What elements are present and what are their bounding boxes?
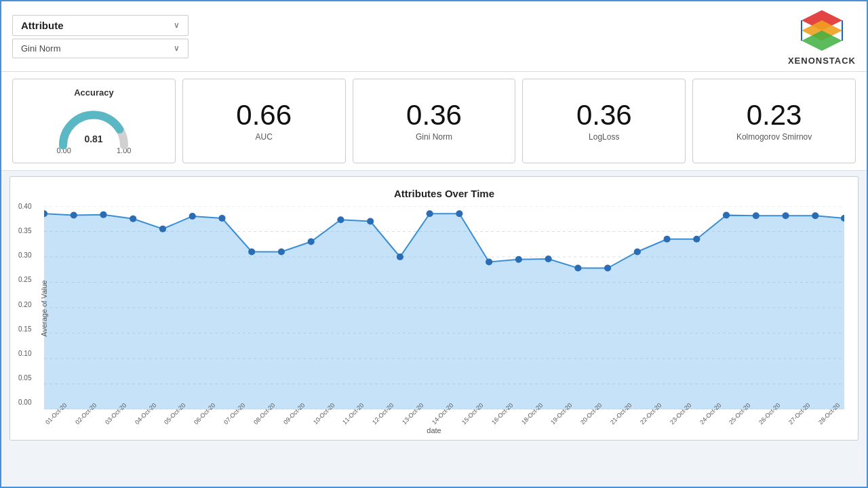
- data-point: [486, 259, 492, 266]
- data-point: [604, 265, 611, 272]
- metrics-row: Accuracy 0.81 0.00 1.00 0.66 AUC 0.36 Gi…: [1, 72, 867, 171]
- metric-card-kolmogorov: 0.23 Kolmogorov Smirnov: [692, 79, 856, 163]
- data-point: [100, 211, 106, 218]
- metric-card-logloss: 0.36 LogLoss: [522, 79, 686, 163]
- data-point: [71, 212, 77, 219]
- data-point: [693, 236, 700, 243]
- data-point: [397, 253, 403, 260]
- svg-text:0.81: 0.81: [85, 134, 103, 144]
- data-point: [218, 215, 225, 222]
- metric-value-gini: 0.36: [406, 101, 462, 129]
- data-point: [278, 249, 285, 256]
- y-tick-020: 0.20: [18, 301, 31, 308]
- dropdowns: Attribute ∨ Gini Norm ∨: [12, 15, 189, 58]
- attribute-dropdown[interactable]: Attribute ∨: [12, 15, 189, 36]
- y-tick-040: 0.40: [18, 203, 31, 210]
- y-tick-035: 0.35: [18, 227, 31, 235]
- data-point: [427, 210, 433, 217]
- metric-value-logloss: 0.36: [576, 101, 632, 129]
- metric-label-auc: AUC: [256, 132, 273, 142]
- chart-title: Attributes Over Time: [44, 188, 844, 199]
- y-tick-000: 0.00: [18, 399, 31, 406]
- metric-value-kolmogorov: 0.23: [747, 101, 802, 129]
- attribute-value-label: Gini Norm: [21, 43, 61, 54]
- metric-label-logloss: LogLoss: [589, 132, 619, 142]
- chart-area-fill: [44, 214, 844, 409]
- attribute-value-dropdown[interactable]: Gini Norm ∨: [12, 39, 189, 58]
- header: Attribute ∨ Gini Norm ∨ XENONSTACK: [1, 1, 867, 72]
- data-point: [189, 213, 196, 220]
- chart-container: Attributes Over Time Average of Value da…: [9, 176, 859, 441]
- data-point: [515, 256, 522, 263]
- data-point: [663, 236, 670, 243]
- data-point: [753, 212, 760, 219]
- data-point: [812, 212, 818, 219]
- data-point: [337, 216, 344, 223]
- logo-area: XENONSTACK: [788, 7, 856, 66]
- metric-card-gini: 0.36 Gini Norm: [353, 79, 516, 163]
- metric-card-accuracy: Accuracy 0.81 0.00 1.00: [12, 79, 176, 163]
- data-point: [367, 218, 374, 225]
- gauge-container: 0.81: [56, 104, 131, 145]
- gauge-svg: 0.81: [56, 104, 131, 152]
- metric-label-kolmogorov: Kolmogorov Smirnov: [736, 132, 812, 142]
- xenonstack-logo-icon: [795, 7, 849, 54]
- chart-y-label: Average of Value: [40, 280, 48, 336]
- data-point: [159, 226, 166, 232]
- data-point: [723, 212, 730, 219]
- data-point: [248, 249, 255, 256]
- metric-label-gini: Gini Norm: [416, 132, 452, 142]
- data-point: [130, 216, 136, 222]
- data-point: [574, 265, 581, 272]
- y-tick-015: 0.15: [18, 325, 31, 333]
- metric-title-accuracy: Accuracy: [74, 87, 114, 98]
- data-point: [634, 249, 641, 256]
- chart-svg: [44, 206, 844, 409]
- logo-text: XENONSTACK: [788, 56, 856, 66]
- y-tick-030: 0.30: [18, 251, 31, 259]
- data-point: [456, 210, 462, 217]
- metric-card-auc: 0.66 AUC: [182, 79, 346, 163]
- data-point: [545, 256, 552, 262]
- y-tick-025: 0.25: [18, 276, 31, 283]
- data-point: [308, 239, 315, 245]
- attribute-chevron-icon: ∨: [174, 20, 180, 30]
- y-tick-005: 0.05: [18, 374, 31, 382]
- data-point: [782, 212, 789, 219]
- y-tick-010: 0.10: [18, 350, 31, 357]
- attribute-value-chevron-icon: ∨: [174, 43, 180, 53]
- metric-value-auc: 0.66: [236, 101, 292, 129]
- attribute-dropdown-label: Attribute: [21, 20, 64, 31]
